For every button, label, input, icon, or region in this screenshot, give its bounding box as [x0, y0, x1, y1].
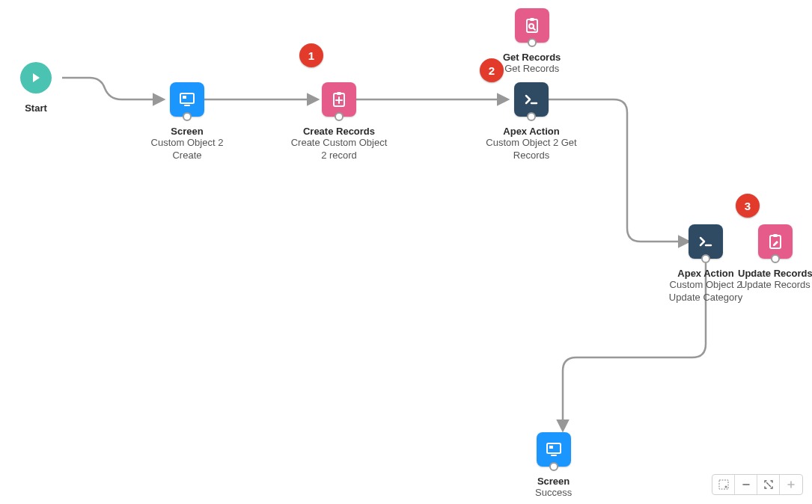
flow-canvas[interactable]: Start Screen Custom Object 2 Create: [0, 0, 812, 504]
get-records-node[interactable]: Get Records Get Records: [503, 8, 561, 76]
node-title: Apex Action: [677, 268, 733, 279]
connector-dot: [771, 254, 780, 263]
svg-rect-8: [770, 236, 781, 248]
screen-node-2[interactable]: Screen Success: [535, 432, 572, 500]
node-subtitle: Custom Object 2 Create: [138, 137, 236, 162]
select-mode-button[interactable]: [712, 475, 735, 494]
badge-1: 1: [299, 43, 323, 67]
zoom-fit-button[interactable]: [757, 475, 780, 494]
create-records-node[interactable]: Create Records Create Custom Object 2 re…: [290, 82, 388, 162]
node-title: Update Records: [738, 268, 812, 279]
svg-rect-0: [180, 93, 194, 103]
node-subtitle: Custom Object 2 Update Category: [664, 279, 748, 304]
connector-dot: [549, 462, 558, 471]
node-title: Screen: [537, 476, 570, 487]
zoom-toolbar: [712, 474, 803, 495]
connector-dot: [527, 112, 536, 121]
node-subtitle: Custom Object 2 Get Records: [483, 137, 580, 162]
zoom-in-button[interactable]: [780, 475, 802, 494]
svg-rect-13: [719, 480, 728, 489]
start-node[interactable]: Start: [20, 62, 52, 114]
connector-dot: [528, 38, 537, 47]
apex-action-node-1[interactable]: Apex Action Custom Object 2 Get Records: [483, 82, 580, 162]
node-subtitle: Get Records: [504, 63, 559, 76]
node-title: Start: [25, 102, 47, 114]
screen-node-1[interactable]: Screen Custom Object 2 Create: [138, 82, 236, 162]
update-records-node[interactable]: Update Records Update Records: [738, 224, 812, 292]
node-subtitle: Create Custom Object 2 record: [290, 137, 388, 162]
svg-rect-12: [551, 455, 557, 456]
node-subtitle: Update Records: [740, 279, 811, 292]
node-title: Screen: [171, 126, 203, 137]
svg-rect-1: [183, 96, 186, 99]
svg-rect-11: [549, 446, 553, 449]
badge-3: 3: [736, 194, 760, 218]
node-subtitle: Success: [535, 487, 572, 500]
connector-dot: [335, 112, 344, 121]
svg-rect-9: [773, 234, 778, 237]
apex-action-node-2[interactable]: Apex Action Custom Object 2 Update Categ…: [664, 224, 748, 304]
badge-2: 2: [480, 58, 504, 82]
connector-dot: [183, 112, 192, 121]
node-title: Get Records: [503, 52, 561, 63]
svg-rect-2: [184, 105, 190, 106]
svg-rect-6: [530, 18, 534, 21]
zoom-out-button[interactable]: [735, 475, 757, 494]
svg-rect-10: [547, 443, 561, 453]
play-icon: [20, 62, 52, 93]
node-title: Apex Action: [503, 126, 559, 137]
svg-point-14: [724, 486, 727, 488]
node-title: Create Records: [303, 126, 375, 137]
connector-dot: [701, 254, 710, 263]
svg-rect-4: [337, 92, 341, 95]
